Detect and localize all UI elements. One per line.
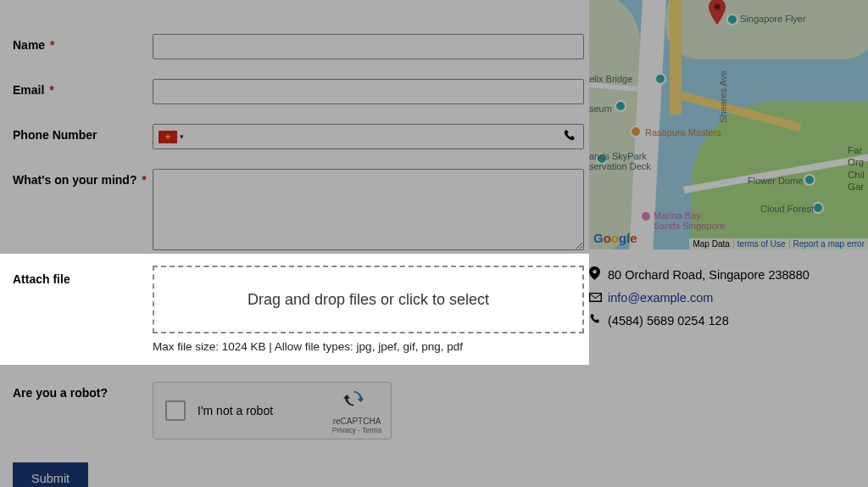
file-dropzone[interactable]: Drag and drop files or click to select: [153, 266, 584, 333]
phone-label: Phone Number: [13, 124, 153, 142]
required-mark: *: [142, 173, 146, 187]
map-label: Rasapura Masters: [645, 127, 721, 137]
map-label: Cloud Forest: [760, 204, 814, 214]
envelope-icon: [589, 291, 604, 305]
country-flag-selector[interactable]: ★ ▾: [153, 125, 184, 148]
map-label: Flower Dome: [748, 176, 803, 186]
contact-phone: (4584) 5689 0254 128: [608, 314, 729, 327]
robot-label: Are you a robot?: [13, 382, 153, 400]
phone-input[interactable]: [184, 125, 583, 148]
dropzone-text: Drag and drop files or click to select: [248, 291, 489, 309]
message-label: What's on your mind? *: [13, 169, 153, 187]
map-poi-icon: [654, 73, 666, 85]
map-label: seum: [589, 104, 612, 114]
map-widget[interactable]: Singapore Flyer elix Bridge seum Rasapur…: [589, 0, 868, 249]
flag-vn-icon: ★: [159, 131, 177, 143]
phone-icon: [563, 129, 576, 146]
message-textarea[interactable]: [153, 169, 584, 250]
side-column: Singapore Flyer elix Bridge seum Rasapur…: [589, 0, 868, 487]
recaptcha-terms: Privacy - Terms: [331, 426, 382, 434]
phone-input-wrap: ★ ▾: [153, 124, 584, 149]
map-poi-icon: [812, 202, 824, 214]
attach-label: Attach file: [13, 266, 153, 286]
location-pin-icon: [589, 266, 604, 283]
google-logo: Google: [593, 231, 637, 245]
recaptcha-icon: [342, 389, 371, 415]
recaptcha-checkbox[interactable]: [165, 400, 186, 421]
email-label: Email *: [13, 79, 153, 97]
contact-address: 80 Orchard Road, Singapore 238880: [608, 268, 810, 282]
name-input[interactable]: [153, 34, 584, 59]
map-poi-icon: [726, 14, 738, 25]
map-poi-icon: [804, 174, 815, 186]
name-label: Name *: [13, 34, 153, 52]
map-data-link[interactable]: Map Data: [689, 238, 732, 249]
submit-button[interactable]: Submit: [13, 462, 88, 487]
map-label: Sheares Ave: [718, 70, 728, 123]
contact-email-link[interactable]: info@example.com: [608, 291, 713, 305]
map-report-link[interactable]: Report a map error: [789, 238, 868, 249]
map-poi-icon: [615, 100, 626, 112]
map-label-cutoff: Far Org Chil Gar: [848, 144, 868, 193]
recaptcha-brand: reCAPTCHA: [331, 417, 382, 426]
required-mark: *: [49, 83, 53, 97]
map-label: Marina Bay Sands Singapore: [654, 210, 725, 231]
form-column: Name * Email * Phone Number: [0, 0, 589, 487]
map-pin-icon: [708, 0, 726, 24]
map-poi-icon: [630, 126, 642, 137]
map-label: elix Bridge: [589, 74, 632, 84]
email-input[interactable]: [153, 79, 584, 104]
required-mark: *: [50, 38, 54, 52]
map-label: ands SkyPark servation Deck: [589, 151, 651, 171]
phone-icon: [589, 313, 604, 327]
recaptcha-widget: I'm not a robot reCAPTCHA Privacy - Term…: [153, 382, 392, 439]
map-footer: Map Data terms of Use Report a map error: [689, 238, 868, 249]
map-terms-link[interactable]: terms of Use: [733, 238, 789, 249]
contact-block: 80 Orchard Road, Singapore 238880 info@e…: [589, 266, 868, 327]
attach-hint: Max file size: 1024 KB | Allow file type…: [153, 340, 584, 353]
recaptcha-label: I'm not a robot: [198, 404, 273, 417]
svg-point-0: [714, 3, 720, 9]
map-poi-icon: [640, 210, 652, 222]
map-label: Singapore Flyer: [740, 14, 806, 24]
